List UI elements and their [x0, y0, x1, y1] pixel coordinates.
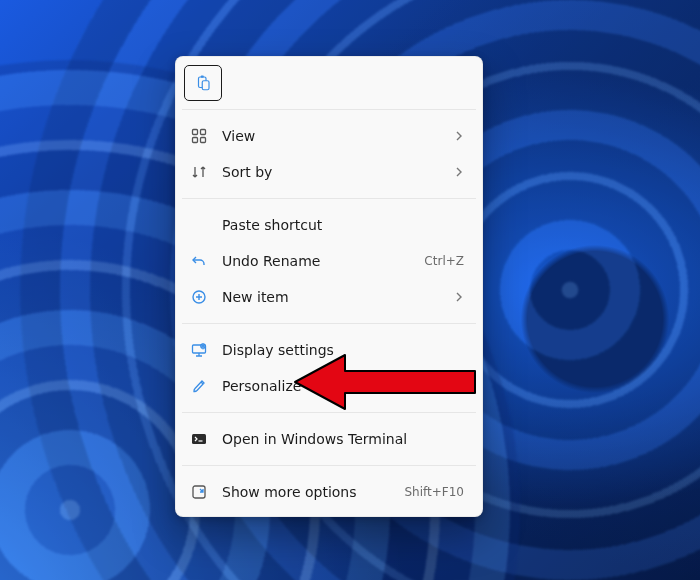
svg-rect-3 [193, 130, 198, 135]
svg-rect-6 [201, 138, 206, 143]
menu-item-accelerator: Shift+F10 [404, 485, 464, 499]
menu-item-display-settings[interactable]: Display settings [182, 332, 476, 368]
undo-icon [190, 252, 208, 270]
menu-item-open-terminal[interactable]: Open in Windows Terminal [182, 421, 476, 457]
menu-item-label: Paste shortcut [222, 217, 464, 233]
menu-item-label: Display settings [222, 342, 464, 358]
menu-item-label: Open in Windows Terminal [222, 431, 464, 447]
svg-rect-4 [201, 130, 206, 135]
new-item-icon [190, 288, 208, 306]
menu-divider [182, 465, 476, 466]
svg-rect-11 [192, 434, 206, 444]
menu-item-show-more-options[interactable]: Show more options Shift+F10 [182, 474, 476, 510]
paste-button[interactable] [184, 65, 222, 101]
paste-icon [194, 74, 212, 92]
menu-item-new-item[interactable]: New item [182, 279, 476, 315]
show-more-icon [190, 483, 208, 501]
menu-divider [182, 323, 476, 324]
menu-item-label: View [222, 128, 440, 144]
menu-item-personalize[interactable]: Personalize [182, 368, 476, 404]
svg-rect-5 [193, 138, 198, 143]
menu-item-accelerator: Ctrl+Z [424, 254, 464, 268]
chevron-right-icon [454, 292, 464, 302]
view-icon [190, 127, 208, 145]
terminal-icon [190, 430, 208, 448]
menu-item-sort-by[interactable]: Sort by [182, 154, 476, 190]
personalize-icon [190, 377, 208, 395]
menu-item-undo-rename[interactable]: Undo Rename Ctrl+Z [182, 243, 476, 279]
desktop-context-menu: View Sort by Paste shortcut [175, 56, 483, 517]
menu-item-label: Show more options [222, 484, 390, 500]
sort-icon [190, 163, 208, 181]
context-menu-toolbar [182, 63, 476, 107]
svg-rect-1 [201, 76, 204, 78]
svg-rect-2 [202, 81, 209, 90]
menu-item-label: Undo Rename [222, 253, 410, 269]
menu-divider [182, 109, 476, 110]
menu-divider [182, 198, 476, 199]
menu-item-paste-shortcut[interactable]: Paste shortcut [182, 207, 476, 243]
menu-item-view[interactable]: View [182, 118, 476, 154]
menu-item-label: Sort by [222, 164, 440, 180]
menu-item-label: Personalize [222, 378, 464, 394]
menu-item-label: New item [222, 289, 440, 305]
menu-divider [182, 412, 476, 413]
chevron-right-icon [454, 131, 464, 141]
chevron-right-icon [454, 167, 464, 177]
spacer-icon [190, 216, 208, 234]
display-settings-icon [190, 341, 208, 359]
